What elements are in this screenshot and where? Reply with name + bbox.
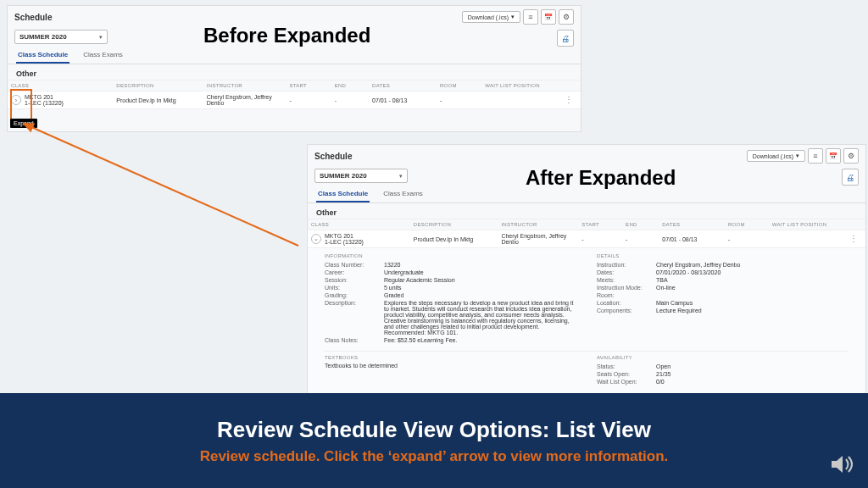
download-label: Download (.ics) [753,153,793,159]
col-dates: Dates [662,222,728,227]
table-row: › MKTG 201 1-LEC (13220) Product Dev.lp … [8,92,581,109]
information-heading: Information [325,253,576,258]
annotation-arrow [10,119,315,254]
collapse-row-button[interactable]: ⌄ [311,234,321,244]
cell-description: Product Dev.lp In Mktg [414,236,502,242]
col-end: End [335,83,372,88]
download-ics-button[interactable]: Download (.ics) ▾ [747,150,805,162]
cell-description: Product Dev.lp In Mktg [116,97,207,103]
col-description: Description [414,222,502,227]
svg-line-0 [24,124,298,246]
banner-subtitle: Review schedule. Click the ‘expand’ arro… [200,448,669,465]
header-actions: Download (.ics) ▾ [747,148,859,164]
group-other: Other [8,64,581,80]
availability-heading: Availability [597,355,849,360]
chevron-down-icon: ▾ [511,14,515,20]
row-actions-button[interactable]: ⋮ [560,97,577,103]
tabs: Class Schedule Class Exams [8,47,581,64]
col-room: Room [440,83,485,88]
cell-dates: 07/01 - 08/13 [662,236,728,242]
expand-tooltip: Expand [10,119,37,128]
schedule-title: Schedule [314,152,352,161]
group-other: Other [308,203,865,219]
chevron-down-icon: ▾ [99,34,103,41]
class-code: MKTG 201 1-LEC (13220) [325,233,364,245]
list-view-button[interactable] [808,148,823,164]
tab-class-exams[interactable]: Class Exams [381,186,425,202]
textbooks-column: Textbooks Textbooks to be determined [325,355,576,385]
download-label: Download (.ics) [468,14,509,20]
chevron-down-icon: ▾ [796,152,799,159]
details-column: Details Instruction:Cheryl Engstrom, Jef… [597,253,849,344]
textbooks-text: Textbooks to be determined [325,363,576,369]
speaker-icon [829,451,856,478]
cell-end: - [335,97,372,103]
cell-room: - [440,97,485,103]
cell-room: - [728,236,772,242]
tab-class-exams[interactable]: Class Exams [81,47,125,64]
col-dates: Dates [372,83,440,88]
schedule-title: Schedule [14,13,52,22]
col-description: Description [116,83,207,88]
cell-start: - [289,97,334,103]
print-button[interactable] [842,169,859,186]
tab-class-schedule[interactable]: Class Schedule [316,186,370,202]
settings-button[interactable] [843,148,859,164]
col-end: End [626,222,662,227]
term-value: SUMMER 2020 [320,172,367,180]
col-instructor: Instructor [207,83,290,88]
print-button[interactable] [557,30,574,47]
banner-title: Review Schedule View Options: List View [217,417,651,443]
callout-after: After Expanded [526,166,676,190]
settings-button[interactable] [559,9,574,25]
col-start: Start [581,222,626,227]
col-room: Room [728,222,772,227]
calendar-view-button[interactable] [826,148,841,164]
col-class: Class [11,83,116,88]
col-waitlist: Wait List Position [772,222,845,227]
term-select[interactable]: SUMMER 2020 ▾ [314,169,408,183]
term-select[interactable]: SUMMER 2020 ▾ [14,30,108,44]
callout-before: Before Expanded [203,24,370,47]
list-view-button[interactable] [523,9,538,25]
table-row: ⌄ MKTG 201 1-LEC (13220) Product Dev.lp … [308,230,865,248]
col-class: Class [311,222,414,227]
chevron-down-icon: ▾ [399,173,403,180]
term-value: SUMMER 2020 [19,33,67,41]
tab-class-schedule[interactable]: Class Schedule [16,47,70,64]
details-heading: Details [597,253,849,258]
cell-end: - [626,236,662,242]
cell-dates: 07/01 - 08/13 [372,97,440,103]
textbooks-heading: Textbooks [325,355,576,360]
table-header: Class Description Instructor Start End D… [308,219,865,230]
highlight-expand [10,89,32,121]
download-ics-button[interactable]: Download (.ics) ▾ [462,11,520,23]
information-column: Information Class Number:13220 Career:Un… [325,253,576,344]
availability-column: Availability Status:Open Seats Open:21/3… [597,355,849,385]
col-start: Start [289,83,334,88]
cell-instructor: Cheryl Engstrom, Jeffrey Denbo [501,233,581,245]
col-instructor: Instructor [501,222,581,227]
row-actions-button[interactable]: ⋮ [845,236,862,241]
calendar-view-button[interactable] [541,9,556,25]
row-detail: Information Class Number:13220 Career:Un… [308,248,865,392]
cell-instructor: Cheryl Engstrom, Jeffrey Denbo [207,94,290,106]
cell-start: - [581,236,626,242]
header-actions: Download (.ics) ▾ [462,9,574,25]
table-header: Class Description Instructor Start End D… [8,80,581,92]
footer-banner: Review Schedule View Options: List View … [0,393,868,488]
col-waitlist: Wait List Position [485,83,560,88]
panel-header: Schedule Download (.ics) ▾ [308,145,865,167]
